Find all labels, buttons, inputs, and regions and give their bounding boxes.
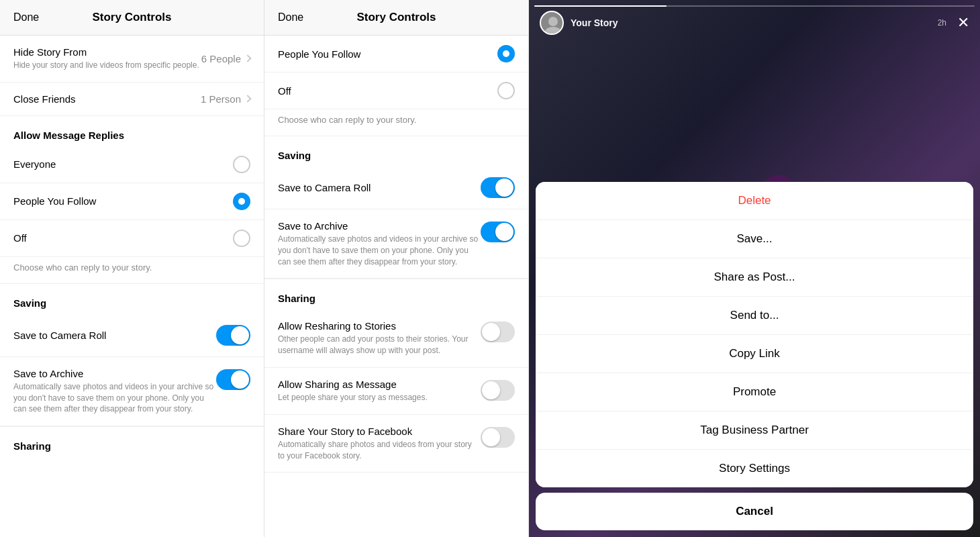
- tag-business-action[interactable]: Tag Business Partner: [536, 411, 973, 450]
- p2-save-camera-roll-title: Save to Camera Roll: [278, 182, 481, 193]
- p2-save-archive-title: Save to Archive: [278, 220, 481, 232]
- hide-story-subtitle: Hide your story and live videos from spe…: [13, 60, 201, 71]
- people-you-follow-row[interactable]: People You Follow: [0, 183, 264, 220]
- p2-allow-resharing-toggle[interactable]: [481, 322, 515, 342]
- people-you-follow-label: People You Follow: [13, 195, 96, 207]
- save-archive-subtitle: Automatically save photos and videos in …: [13, 381, 216, 415]
- save-archive-row[interactable]: Save to Archive Automatically save photo…: [0, 357, 264, 426]
- p2-share-facebook-thumb: [482, 428, 500, 446]
- p2-save-archive-thumb: [495, 223, 513, 241]
- p2-save-archive-subtitle: Automatically save photos and videos in …: [278, 234, 481, 267]
- story-time: 2h: [938, 18, 946, 28]
- p2-people-you-follow-radio[interactable]: [497, 45, 515, 62]
- p2-save-camera-roll-thumb: [495, 179, 513, 197]
- save-archive-title: Save to Archive: [13, 368, 216, 379]
- p2-off-radio[interactable]: [497, 82, 515, 99]
- close-friends-title: Close Friends: [13, 93, 201, 105]
- p2-share-facebook-row[interactable]: Share Your Story to Facebook Automatical…: [264, 415, 528, 473]
- save-camera-roll-toggle[interactable]: [216, 325, 250, 346]
- people-you-follow-radio[interactable]: [233, 193, 250, 210]
- story-close-icon[interactable]: ✕: [957, 14, 969, 32]
- save-camera-roll-row[interactable]: Save to Camera Roll: [0, 314, 264, 357]
- story-avatar: [540, 11, 564, 35]
- save-camera-roll-thumb: [231, 326, 249, 344]
- panel-3: Your Story 2h ✕ Delete Save... Share as …: [529, 0, 980, 537]
- close-friends-value: 1 Person: [201, 93, 241, 105]
- p2-share-facebook-subtitle: Automatically share photos and videos fr…: [278, 439, 481, 462]
- panel-1-header: Done Story Controls: [0, 0, 264, 36]
- p2-allow-resharing-row[interactable]: Allow Resharing to Stories Other people …: [264, 309, 528, 368]
- everyone-radio[interactable]: [233, 156, 250, 173]
- off-row[interactable]: Off: [0, 220, 264, 257]
- hide-story-value: 6 People: [201, 53, 241, 64]
- save-camera-roll-title: Save to Camera Roll: [13, 330, 216, 341]
- hide-story-row[interactable]: Hide Story From Hide your story and live…: [0, 36, 264, 83]
- p2-allow-sharing-message-row[interactable]: Allow Sharing as Message Let people shar…: [264, 368, 528, 415]
- everyone-row[interactable]: Everyone: [0, 146, 264, 183]
- cancel-action[interactable]: Cancel: [536, 493, 973, 530]
- story-username: Your Story: [571, 17, 934, 28]
- story-progress-bar: [534, 5, 975, 7]
- p2-allow-sharing-message-subtitle: Let people share your story as messages.: [278, 392, 481, 403]
- p2-people-you-follow-label: People You Follow: [278, 48, 360, 60]
- save-action[interactable]: Save...: [536, 220, 973, 258]
- p2-allow-resharing-thumb: [482, 323, 500, 341]
- panel-2-header: Done Story Controls: [264, 0, 528, 36]
- p2-save-camera-roll-toggle[interactable]: [481, 177, 515, 198]
- save-archive-thumb: [231, 371, 249, 389]
- svg-point-0: [548, 17, 558, 26]
- off-radio[interactable]: [233, 230, 250, 247]
- panel-2-done-button[interactable]: Done: [278, 11, 303, 23]
- sharing-label: Sharing: [0, 427, 264, 457]
- p2-allow-sharing-message-title: Allow Sharing as Message: [278, 379, 481, 390]
- p2-save-archive-toggle[interactable]: [481, 222, 515, 242]
- p2-share-facebook-toggle[interactable]: [481, 427, 515, 448]
- p2-sharing-label: Sharing: [264, 279, 528, 309]
- p2-allow-resharing-title: Allow Resharing to Stories: [278, 320, 481, 332]
- p2-people-you-follow-row[interactable]: People You Follow: [264, 36, 528, 72]
- copy-link-action[interactable]: Copy Link: [536, 335, 973, 373]
- story-settings-action[interactable]: Story Settings: [536, 450, 973, 487]
- close-friends-chevron-icon: [244, 95, 251, 103]
- p2-saving-label: Saving: [264, 136, 528, 166]
- hide-story-chevron-icon: [244, 55, 251, 62]
- panel-1-done-button[interactable]: Done: [13, 11, 39, 23]
- p2-allow-sharing-message-thumb: [482, 381, 500, 399]
- panel-2: Done Story Controls People You Follow Of…: [264, 0, 529, 537]
- promote-action[interactable]: Promote: [536, 373, 973, 411]
- hide-story-title: Hide Story From: [13, 46, 201, 58]
- send-to-action[interactable]: Send to...: [536, 297, 973, 335]
- story-progress-fill: [534, 5, 667, 7]
- share-as-post-action[interactable]: Share as Post...: [536, 258, 973, 297]
- p2-reply-hint: Choose who can reply to your story.: [264, 109, 528, 136]
- saving-label: Saving: [0, 284, 264, 314]
- p2-allow-sharing-message-toggle[interactable]: [481, 380, 515, 401]
- p2-off-label: Off: [278, 85, 291, 97]
- action-sheet: Delete Save... Share as Post... Send to.…: [529, 182, 980, 537]
- save-archive-toggle[interactable]: [216, 369, 250, 390]
- story-header: Your Story 2h ✕: [529, 11, 980, 35]
- p2-save-camera-roll-row[interactable]: Save to Camera Roll: [264, 166, 528, 209]
- reply-hint: Choose who can reply to your story.: [0, 257, 264, 283]
- p2-allow-resharing-subtitle: Other people can add your posts to their…: [278, 334, 481, 356]
- panel-1: Done Story Controls Hide Story From Hide…: [0, 0, 264, 537]
- panel-1-title: Story Controls: [92, 11, 171, 24]
- p2-share-facebook-title: Share Your Story to Facebook: [278, 426, 481, 437]
- delete-action[interactable]: Delete: [536, 182, 973, 220]
- panel-2-title: Story Controls: [356, 11, 436, 24]
- svg-point-1: [545, 27, 561, 35]
- off-label: Off: [13, 232, 27, 244]
- cancel-card: Cancel: [536, 493, 973, 530]
- action-sheet-card: Delete Save... Share as Post... Send to.…: [536, 182, 973, 487]
- allow-message-replies-label: Allow Message Replies: [0, 116, 264, 146]
- everyone-label: Everyone: [13, 158, 56, 170]
- close-friends-row[interactable]: Close Friends 1 Person: [0, 83, 264, 116]
- p2-off-row[interactable]: Off: [264, 72, 528, 109]
- p2-save-archive-row[interactable]: Save to Archive Automatically save photo…: [264, 209, 528, 279]
